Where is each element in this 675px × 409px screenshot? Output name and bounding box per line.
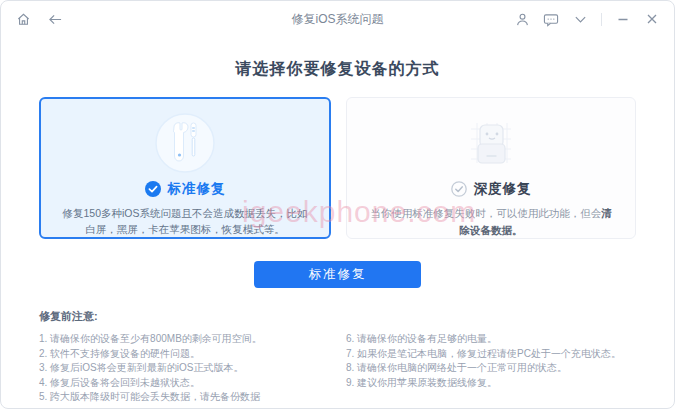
standard-repair-button[interactable]: 标准修复 [254,261,421,288]
notes-right-column: 6. 请确保你的设备有足够的电量。 7. 如果你是笔记本电脑，修复过程请使PC处… [346,332,636,405]
card-standard-repair[interactable]: 标准修复 修复150多种iOS系统问题且不会造成数据丢失，比如白屏，黑屏，卡在苹… [39,97,331,239]
window-title: 修复iOS系统问题 [291,11,383,28]
note-item: 2. 软件不支持修复设备的硬件问题。 [39,347,346,362]
standard-repair-title: 标准修复 [168,180,226,198]
titlebar: 修复iOS系统问题 [1,1,674,37]
note-item: 3. 修复后iOS将会更新到最新的iOS正式版本。 [39,361,346,376]
note-item: 8. 请确保你电脑的网络处于一个正常可用的状态。 [346,361,636,376]
notes-left-column: 1. 请确保你的设备至少有800MB的剩余可用空间。 2. 软件不支持修复设备的… [39,332,346,405]
home-icon[interactable] [15,11,31,27]
account-icon[interactable] [514,11,530,27]
note-item: 4. 修复后设备将会回到未越狱状态。 [39,376,346,391]
device-icon [459,110,523,175]
chevron-down-icon[interactable] [572,11,588,27]
note-item: 6. 请确保你的设备有足够的电量。 [346,332,636,347]
back-arrow-icon[interactable] [47,11,63,27]
repair-mode-cards: 标准修复 修复150多种iOS系统问题且不会造成数据丢失，比如白屏，黑屏，卡在苹… [1,97,674,239]
note-item: 5. 跨大版本降级时可能会丢失数据，请先备份数据 [39,390,346,405]
page-title: 请选择你要修复设备的方式 [1,59,674,80]
notes-header: 修复前注意: [39,309,636,324]
note-item: 9. 建议你用苹果原装数据线修复。 [346,376,636,391]
check-outline-icon [451,181,467,197]
tools-icon [153,111,217,175]
app-window: 修复iOS系统问题 [0,0,675,409]
note-item: 1. 请确保你的设备至少有800MB的剩余可用空间。 [39,332,346,347]
deep-repair-description: 当你使用标准修复失败时，可以使用此功能，但会清除设备数据。 [347,205,635,238]
standard-repair-description: 修复150多种iOS系统问题且不会造成数据丢失，比如白屏，黑屏，卡在苹果图标，恢… [41,205,329,238]
deep-repair-title: 深度修复 [474,180,532,198]
notes-section: 修复前注意: 1. 请确保你的设备至少有800MB的剩余可用空间。 2. 软件不… [1,309,674,405]
close-icon[interactable] [644,11,660,27]
card-deep-repair[interactable]: 深度修复 当你使用标准修复失败时，可以使用此功能，但会清除设备数据。 [346,97,636,239]
titlebar-separator [601,13,602,26]
minimize-icon[interactable] [615,11,631,27]
check-filled-icon [145,181,161,197]
feedback-chat-icon[interactable] [543,11,559,27]
note-item: 7. 如果你是笔记本电脑，修复过程请使PC处于一个充电状态。 [346,347,636,362]
